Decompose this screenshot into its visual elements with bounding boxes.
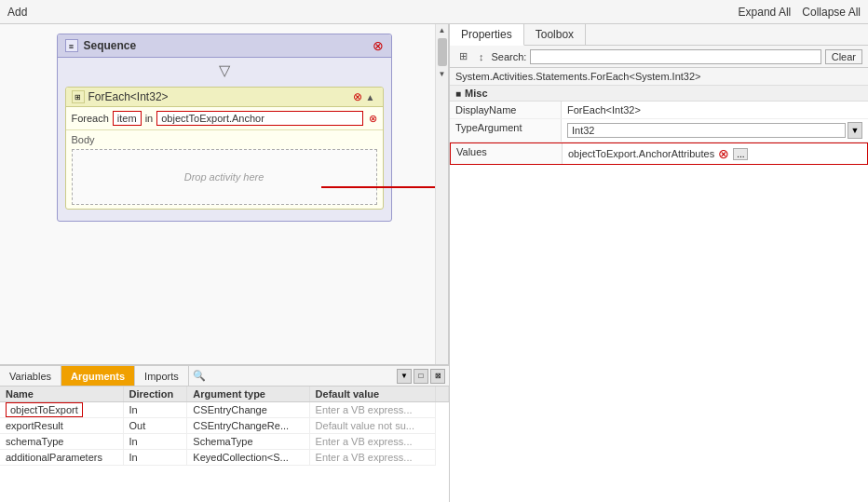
- bottom-search-icon: 🔍: [193, 370, 206, 382]
- foreach-container[interactable]: ⊞ ForEach<Int32> ⊗ ▲ Foreach item in obj…: [65, 87, 384, 210]
- bottom-icon-btn-1[interactable]: ▼: [397, 369, 412, 384]
- table-row: schemaType In SchemaType Enter a VB expr…: [0, 434, 449, 450]
- col-name: Name: [0, 387, 123, 402]
- main-area: ≡ Sequence ⊗ ▽ ⊞ ForEach<Int32> ⊗ ▲: [0, 24, 868, 502]
- body-label: Body: [72, 134, 377, 145]
- foreach-body: Body Drop activity here: [66, 130, 383, 209]
- foreach-collapse-btn[interactable]: ▲: [364, 92, 377, 102]
- foreach-label: Foreach: [72, 113, 109, 124]
- properties-header: System.Activities.Statements.ForEach<Sys…: [450, 68, 868, 86]
- prop-values-ellipsis-btn[interactable]: ...: [733, 148, 748, 160]
- prop-value-values[interactable]: objectToExport.AnchorAttributes ⊗ ...: [563, 143, 867, 164]
- prop-label-typeargument: TypeArgument: [450, 119, 562, 142]
- expand-all-button[interactable]: Expand All: [739, 6, 792, 19]
- args-table-body: objectToExport In CSEntryChange Enter a …: [0, 402, 449, 466]
- row-name-cell[interactable]: schemaType: [0, 434, 123, 450]
- table-row: exportResult Out CSEntryChangeRe... Defa…: [0, 418, 449, 434]
- row-type-cell: SchemaType: [187, 434, 309, 450]
- bottom-panel: Variables Arguments Imports 🔍 ▼ □ ⊠ Na: [0, 364, 449, 502]
- foreach-controls: ⊗ ▲: [353, 90, 377, 103]
- prop-sort-category-btn[interactable]: ⊞: [455, 48, 471, 64]
- bottom-icon-btn-3[interactable]: ⊠: [430, 369, 445, 384]
- add-button[interactable]: Add: [7, 6, 27, 19]
- bottom-search-area: 🔍: [189, 370, 393, 382]
- table-row: additionalParameters In KeyedCollection<…: [0, 450, 449, 466]
- prop-clear-btn[interactable]: Clear: [825, 49, 862, 64]
- tab-imports[interactable]: Imports: [135, 366, 189, 386]
- row-name-cell[interactable]: exportResult: [0, 418, 123, 434]
- foreach-header: ⊞ ForEach<Int32> ⊗ ▲: [66, 88, 383, 107]
- properties-search-input[interactable]: [530, 49, 821, 64]
- section-toggle-icon: ■: [455, 88, 461, 99]
- row-default-cell[interactable]: Enter a VB express...: [309, 450, 435, 466]
- row-default-cell[interactable]: Enter a VB express...: [309, 434, 435, 450]
- table-header-row: Name Direction Argument type Default val…: [0, 387, 449, 402]
- scroll-up-btn[interactable]: ▲: [439, 24, 446, 36]
- row-name-cell[interactable]: additionalParameters: [0, 450, 123, 466]
- prop-row-displayname: DisplayName ForEach<Int32>: [450, 102, 868, 119]
- properties-tabs: Properties Toolbox: [450, 24, 868, 46]
- bottom-tabs: Variables Arguments Imports 🔍 ▼ □ ⊠: [0, 366, 449, 387]
- bottom-icon-btn-2[interactable]: □: [414, 369, 428, 384]
- sequence-icon: ≡: [65, 39, 78, 52]
- row-direction-cell: In: [123, 434, 187, 450]
- designer-canvas: ≡ Sequence ⊗ ▽ ⊞ ForEach<Int32> ⊗ ▲: [0, 24, 448, 364]
- col-direction: Direction: [123, 387, 187, 402]
- row-type-cell: KeyedCollection<S...: [187, 450, 309, 466]
- foreach-in-label: in: [145, 113, 154, 124]
- properties-grid: ■ Misc DisplayName ForEach<Int32> TypeAr…: [450, 86, 868, 502]
- prop-value-displayname[interactable]: ForEach<Int32>: [562, 102, 868, 118]
- row-default-cell[interactable]: Enter a VB express...: [309, 402, 435, 418]
- section-misc-label: Misc: [465, 88, 487, 99]
- prop-label-displayname: DisplayName: [450, 102, 562, 118]
- tab-arguments[interactable]: Arguments: [61, 366, 135, 386]
- search-label: Search:: [492, 51, 527, 62]
- foreach-value-error-icon: ⊗: [369, 113, 377, 125]
- foreach-icon: ⊞: [72, 90, 85, 103]
- prop-label-values: Values: [451, 143, 563, 164]
- scroll-down-btn[interactable]: ▼: [439, 68, 446, 80]
- row-type-cell: CSEntryChangeRe...: [187, 418, 309, 434]
- properties-panel: Properties Toolbox ⊞ ↕ Search: Clear Sys…: [449, 24, 868, 502]
- drop-label: Drop activity here: [184, 171, 264, 183]
- sequence-arrow: ▽: [58, 58, 391, 83]
- foreach-value-box[interactable]: objectToExport.Anchor: [156, 111, 362, 126]
- col-default-value: Default value: [309, 387, 435, 402]
- prop-section-misc[interactable]: ■ Misc: [450, 86, 868, 102]
- row-direction-cell: Out: [123, 418, 187, 434]
- tab-properties[interactable]: Properties: [450, 24, 524, 46]
- type-select-value: Int32: [567, 123, 846, 138]
- col-scroll: [436, 387, 449, 402]
- sequence-title: Sequence: [84, 39, 367, 52]
- prop-values-error-icon: ⊗: [718, 146, 729, 161]
- row-direction-cell: In: [123, 450, 187, 466]
- prop-row-typeargument: TypeArgument Int32 ▼: [450, 119, 868, 142]
- designer-area: ≡ Sequence ⊗ ▽ ⊞ ForEach<Int32> ⊗ ▲: [0, 24, 449, 364]
- foreach-item-box[interactable]: item: [113, 111, 142, 126]
- bottom-tab-icons: ▼ □ ⊠: [393, 369, 449, 384]
- row-direction-cell: In: [123, 402, 187, 418]
- scroll-thumb[interactable]: [438, 38, 447, 66]
- sequence-container: ≡ Sequence ⊗ ▽ ⊞ ForEach<Int32> ⊗ ▲: [57, 34, 392, 222]
- row-name-cell[interactable]: objectToExport: [0, 402, 123, 418]
- prop-sort-alpha-btn[interactable]: ↕: [475, 49, 488, 64]
- prop-displayname-text: ForEach<Int32>: [567, 104, 641, 115]
- foreach-title: ForEach<Int32>: [88, 90, 349, 103]
- type-argument-select[interactable]: Int32 ▼: [567, 122, 862, 139]
- row-type-cell: CSEntryChange: [187, 402, 309, 418]
- foreach-inputs: Foreach item in objectToExport.Anchor ⊗: [66, 107, 383, 130]
- sequence-header: ≡ Sequence ⊗: [58, 34, 391, 58]
- row-default-cell[interactable]: Default value not su...: [309, 418, 435, 434]
- designer-scrollbar[interactable]: ▲ ▼: [435, 24, 448, 364]
- tab-variables[interactable]: Variables: [0, 366, 61, 386]
- prop-row-values: Values objectToExport.AnchorAttributes ⊗…: [450, 142, 868, 165]
- prop-value-typeargument[interactable]: Int32 ▼: [562, 119, 868, 142]
- args-table-element: Name Direction Argument type Default val…: [0, 387, 449, 466]
- type-dropdown-btn[interactable]: ▼: [848, 122, 862, 139]
- drop-zone[interactable]: Drop activity here: [72, 149, 377, 205]
- tab-toolbox[interactable]: Toolbox: [524, 24, 586, 45]
- arguments-table: Name Direction Argument type Default val…: [0, 387, 449, 502]
- collapse-all-button[interactable]: Collapse All: [802, 6, 861, 19]
- table-row: objectToExport In CSEntryChange Enter a …: [0, 402, 449, 418]
- sequence-error-icon: ⊗: [373, 38, 384, 53]
